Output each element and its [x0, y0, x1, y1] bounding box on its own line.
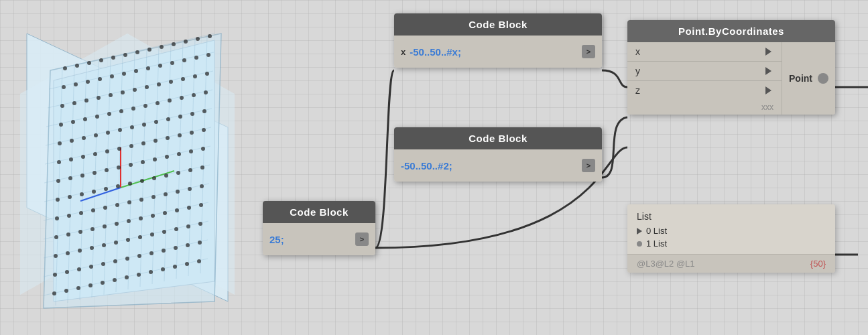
- pbc-z-chevron: [765, 86, 771, 94]
- svg-point-71: [145, 85, 149, 89]
- svg-point-93: [94, 133, 98, 137]
- pbc-row-z[interactable]: z: [627, 81, 782, 100]
- svg-point-153: [188, 187, 192, 191]
- svg-point-186: [113, 259, 117, 263]
- svg-point-134: [116, 184, 120, 188]
- svg-point-74: [181, 77, 185, 81]
- svg-point-144: [79, 211, 83, 215]
- svg-point-197: [88, 283, 92, 287]
- svg-point-97: [142, 123, 146, 127]
- svg-point-128: [201, 147, 205, 151]
- svg-point-60: [170, 61, 174, 65]
- svg-point-91: [70, 139, 74, 143]
- svg-point-195: [64, 289, 68, 293]
- pbc-y-chevron: [765, 67, 771, 75]
- code-block-1-output-port[interactable]: >: [582, 45, 595, 58]
- svg-point-40: [87, 61, 91, 65]
- svg-point-109: [129, 144, 133, 148]
- svg-point-206: [197, 259, 201, 263]
- svg-point-129: [56, 198, 60, 202]
- svg-point-118: [80, 174, 84, 178]
- svg-point-180: [198, 222, 202, 226]
- svg-point-176: [150, 232, 154, 237]
- pbc-row-x[interactable]: x: [627, 42, 782, 62]
- svg-point-196: [76, 286, 80, 290]
- pbc-x-port[interactable]: [763, 46, 773, 57]
- list-item-0-text: 0 List: [646, 226, 667, 236]
- svg-point-133: [104, 187, 108, 191]
- code-block-2-output-port[interactable]: >: [582, 159, 595, 172]
- svg-point-130: [68, 195, 72, 199]
- code-block-3-code[interactable]: 25;: [269, 234, 351, 245]
- svg-point-49: [196, 37, 200, 41]
- svg-point-182: [65, 270, 69, 274]
- pbc-output-label: Point: [789, 73, 812, 84]
- svg-point-175: [138, 235, 142, 239]
- svg-point-188: [137, 254, 141, 258]
- point-by-coordinates-node[interactable]: Point.ByCoordinates x y z: [627, 20, 835, 115]
- pbc-y-label: y: [635, 66, 757, 76]
- code-block-2[interactable]: Code Block -50..50..#2; >: [394, 127, 602, 182]
- list-title: List: [637, 211, 826, 222]
- pbc-row-y[interactable]: y: [627, 62, 782, 81]
- svg-point-67: [97, 96, 101, 100]
- svg-point-53: [86, 80, 90, 84]
- svg-point-154: [200, 184, 204, 188]
- list-item-1-text: 1 List: [646, 239, 667, 249]
- svg-point-143: [67, 214, 71, 218]
- svg-point-58: [146, 66, 150, 70]
- pbc-z-port[interactable]: [763, 85, 773, 96]
- code-block-3-output-port[interactable]: >: [355, 232, 369, 246]
- svg-point-146: [103, 206, 107, 210]
- svg-point-78: [71, 120, 75, 124]
- code-block-1-header: Code Block: [394, 13, 602, 36]
- code-block-1-code[interactable]: -50..50..#x;: [410, 46, 578, 58]
- svg-point-165: [175, 208, 179, 212]
- pbc-y-port[interactable]: [763, 66, 773, 76]
- svg-point-205: [185, 262, 189, 266]
- svg-point-123: [141, 160, 145, 164]
- svg-point-48: [184, 40, 188, 44]
- svg-point-43: [123, 53, 127, 57]
- svg-point-140: [188, 168, 192, 172]
- svg-point-110: [141, 141, 145, 145]
- point-by-coordinates-header: Point.ByCoordinates: [627, 20, 835, 42]
- svg-point-68: [109, 93, 113, 97]
- svg-point-148: [127, 200, 131, 204]
- code-block-3-body: 25; >: [263, 223, 375, 255]
- svg-point-127: [189, 149, 193, 153]
- svg-point-189: [149, 251, 153, 255]
- pbc-output-column[interactable]: Point: [782, 42, 835, 115]
- svg-point-124: [153, 157, 157, 161]
- svg-point-107: [105, 149, 109, 153]
- svg-point-156: [66, 232, 70, 237]
- code-block-2-code[interactable]: -50..50..#2;: [401, 160, 578, 172]
- code-block-3[interactable]: Code Block 25; >: [263, 201, 375, 255]
- svg-point-79: [83, 117, 87, 121]
- svg-point-116: [56, 179, 60, 183]
- svg-point-157: [78, 230, 82, 234]
- svg-point-56: [122, 72, 126, 76]
- svg-point-113: [178, 133, 182, 137]
- svg-point-177: [162, 230, 166, 234]
- svg-point-191: [174, 246, 178, 250]
- svg-point-131: [80, 192, 84, 196]
- svg-point-88: [192, 93, 196, 97]
- svg-point-47: [172, 42, 176, 46]
- pbc-output-port[interactable]: [818, 73, 828, 84]
- svg-point-170: [78, 249, 82, 253]
- svg-point-178: [174, 227, 178, 231]
- svg-point-108: [117, 147, 121, 151]
- svg-point-122: [129, 163, 133, 167]
- svg-point-62: [194, 56, 198, 60]
- svg-point-54: [98, 77, 102, 81]
- svg-point-86: [168, 98, 172, 103]
- svg-point-166: [187, 206, 191, 210]
- svg-point-183: [77, 267, 81, 271]
- svg-point-159: [103, 224, 107, 228]
- svg-point-187: [125, 257, 129, 261]
- code-block-1[interactable]: Code Block x -50..50..#x; >: [394, 13, 602, 68]
- svg-point-80: [95, 115, 99, 119]
- code-block-2-body: -50..50..#2; >: [394, 149, 602, 182]
- svg-point-42: [111, 56, 115, 60]
